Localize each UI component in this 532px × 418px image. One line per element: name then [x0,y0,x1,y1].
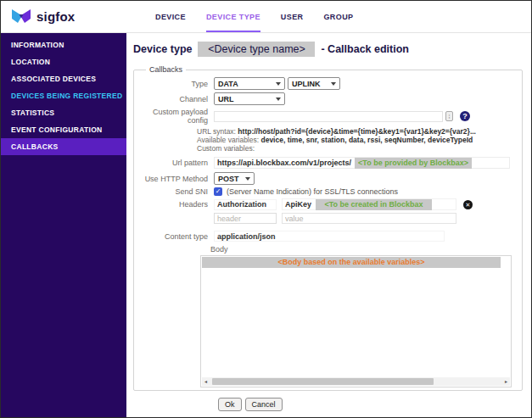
cancel-button[interactable]: Cancel [245,398,283,411]
custom-payload-label: Custom payload config [143,108,214,125]
http-method-select-value: POST [218,175,239,183]
available-variables-value: device, time, snr, station, data, rssi, … [260,136,473,144]
sidebar: INFORMATION LOCATION ASSOCIATED DEVICES … [1,33,126,418]
header-value-input-2[interactable] [282,213,456,224]
page-title: Device type <Device type name> - Callbac… [133,42,524,57]
send-sni-checkbox[interactable]: ✓ [214,187,222,196]
http-method-label: Use HTTP Method [143,175,214,183]
body-label: Body [210,245,513,254]
payload-config-editor-icon[interactable]: ⁞ [445,111,453,121]
channel-select-value: URL [218,95,234,103]
channel-select[interactable]: URL [214,92,285,105]
sidebar-item-event-configuration[interactable]: EVENT CONFIGURATION [1,121,126,138]
body-textarea[interactable]: <Body based on the available variables> … [200,255,512,387]
nav-tab-user[interactable]: USER [281,1,304,32]
nav-tab-device[interactable]: DEVICE [155,1,186,32]
send-sni-label: Send SNI [143,187,214,196]
url-syntax-label: URL syntax: [197,127,236,136]
header-value-placeholder-1: <To be created in Blockbax project> [316,199,432,210]
channel-row: Channel URL [143,92,513,105]
sigfox-logo: sigfox [1,1,128,32]
url-pattern-input[interactable]: https://api.blockbax.com/v1/projects/ <T… [214,157,510,169]
sidebar-item-information[interactable]: INFORMATION [1,36,126,53]
direction-select[interactable]: UPLINK [288,77,340,90]
sigfox-backend-window: sigfox DEVICE DEVICE TYPE USER GROUP INF… [0,0,532,418]
nav-tab-group[interactable]: GROUP [323,1,353,32]
url-syntax-help: URL syntax: http://host/path?id={device}… [197,128,513,153]
url-pattern-row: Url pattern https://api.blockbax.com/v1/… [143,157,513,169]
header-name-input-2[interactable] [214,213,277,224]
type-row: Type DATA UPLINK [143,77,513,90]
scroll-left-icon[interactable]: ◂ [202,377,210,386]
headers-label: Headers [143,200,214,209]
custom-payload-input[interactable] [214,111,443,122]
type-label: Type [143,80,214,88]
brand-name: sigfox [36,9,75,24]
main-content: Device type <Device type name> - Callbac… [126,33,531,418]
channel-label: Channel [143,95,214,103]
url-pattern-placeholder: <To be provided by Blockbax> [355,158,472,169]
page-title-suffix: - Callback edition [321,43,409,55]
url-pattern-input-tail [472,158,509,168]
scrollbar-thumb[interactable] [212,378,434,385]
chevron-down-icon [276,98,281,101]
header-row-2 [143,213,513,224]
callbacks-fieldset: Callbacks Type DATA UPLINK Channel [133,65,523,391]
send-sni-row: Send SNI ✓ (Server Name Indication) for … [143,187,513,196]
type-select-value: DATA [218,80,238,88]
chevron-down-icon [276,82,281,86]
content-type-label: Content type [143,232,214,241]
content-type-input[interactable] [214,231,445,242]
http-method-select[interactable]: POST [214,172,255,185]
sidebar-item-callbacks[interactable]: CALLBACKS [1,138,126,155]
sidebar-item-statistics[interactable]: STATISTICS [1,104,126,121]
header-name-input-1[interactable] [214,199,277,210]
http-method-row: Use HTTP Method POST [143,172,513,185]
header-value-input-1[interactable]: ApiKey <To be created in Blockbax projec… [282,198,456,210]
form-actions: Ok Cancel [218,398,524,411]
sidebar-item-devices-being-registered[interactable]: DEVICES BEING REGISTERED [1,87,126,104]
custom-payload-row: Custom payload config ⁞ ? [143,108,513,125]
content-type-row: Content type [143,231,513,242]
top-header: sigfox DEVICE DEVICE TYPE USER GROUP [1,1,531,33]
remove-header-icon[interactable]: ✕ [463,200,473,209]
sidebar-item-location[interactable]: LOCATION [1,53,126,70]
help-icon[interactable]: ? [460,111,470,121]
direction-select-value: UPLINK [292,80,321,88]
ok-button[interactable]: Ok [218,398,242,411]
header-value-tail-1 [432,199,456,209]
url-syntax-value: http://host/path?id={device}&time={time}… [238,127,476,136]
header-row-1: Headers ApiKey <To be created in Blockba… [143,198,513,210]
nav-tab-device-type[interactable]: DEVICE TYPE [206,1,260,32]
body-placeholder: <Body based on the available variables> [202,257,501,268]
main-nav: DEVICE DEVICE TYPE USER GROUP [155,1,353,32]
url-pattern-label: Url pattern [143,159,214,167]
callbacks-legend: Callbacks [146,65,186,74]
chevron-down-icon [331,82,336,86]
available-variables-label: Available variables: [197,136,259,144]
header-value-prefix-1: ApiKey [283,200,316,209]
sigfox-butterfly-icon [11,8,31,25]
chevron-down-icon [245,177,250,181]
custom-variables-label: Custom variables: [197,144,255,153]
type-select[interactable]: DATA [214,77,285,90]
url-pattern-value: https://api.blockbax.com/v1/projects/ [215,159,355,167]
page-title-prefix: Device type [133,43,192,55]
send-sni-note: (Server Name Indication) for SSL/TLS con… [227,187,398,196]
device-type-name-chip: <Device type name> [198,42,315,57]
sidebar-item-associated-devices[interactable]: ASSOCIATED DEVICES [1,70,126,87]
body-horizontal-scrollbar[interactable]: ◂ ▸ [202,377,510,386]
scroll-right-icon[interactable]: ▸ [502,377,510,386]
